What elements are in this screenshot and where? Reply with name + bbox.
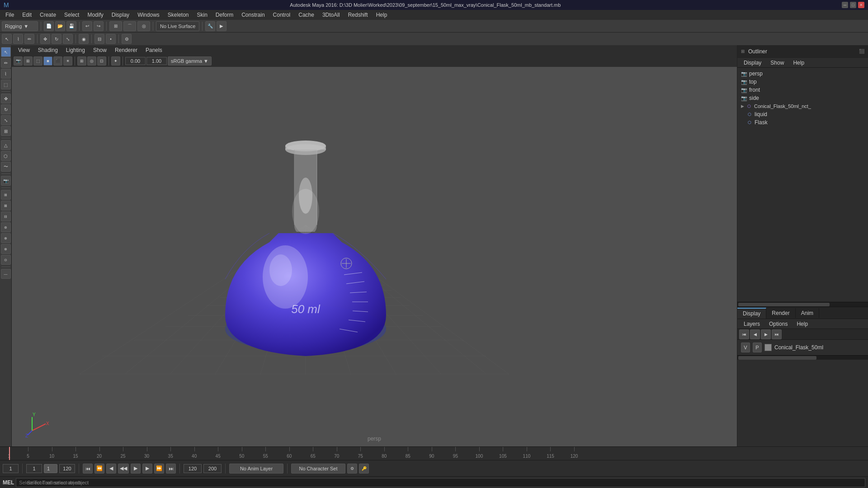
tab-render[interactable]: Render [766, 308, 795, 318]
tab-display[interactable]: Display [737, 308, 766, 319]
display-panel-scrollbar[interactable] [737, 355, 868, 360]
outliner-item-top[interactable]: 📷 top [739, 78, 866, 86]
menu-item-3dtoall[interactable]: 3DtoAll [319, 11, 344, 19]
polygon-button[interactable]: ⬡ [1, 151, 11, 161]
tab-anim[interactable]: Anim [796, 308, 819, 318]
range-start-input[interactable] [184, 464, 202, 473]
menu-item-windows[interactable]: Windows [134, 11, 163, 19]
camera-persp-btn[interactable]: ⊞ [24, 56, 33, 66]
menu-item-control[interactable]: Control [269, 11, 294, 19]
go-to-start-button[interactable]: ⏮ [83, 464, 93, 474]
display-opts6[interactable]: ⊗ [1, 244, 11, 254]
menu-item-help[interactable]: Help [373, 11, 391, 19]
gamma-input[interactable] [146, 57, 167, 65]
texture-btn[interactable]: ⬛ [53, 56, 62, 66]
timeline[interactable]: 1510152025303540455055606570758085909510… [0, 446, 868, 460]
render-button[interactable]: ▶ [217, 21, 226, 31]
rotate-button[interactable]: ↻ [1, 104, 11, 114]
char-set-options[interactable]: ⚙ [347, 464, 357, 474]
rotate-tool-button[interactable]: ↻ [52, 34, 61, 44]
display-panel-scrollbar-thumb[interactable] [738, 356, 816, 360]
exposure-input[interactable] [125, 57, 146, 65]
outliner-menu-help[interactable]: Help [789, 59, 808, 67]
viewport-menu-view[interactable]: View [14, 46, 33, 54]
menu-item-display[interactable]: Display [108, 11, 133, 19]
end-frame-input[interactable] [59, 464, 75, 473]
keyframe-box[interactable]: 1 [44, 464, 57, 473]
scale-tool-button[interactable]: ⤡ [63, 34, 73, 44]
misc-btn[interactable]: — [1, 269, 11, 279]
viewport-menu-renderer[interactable]: Renderer [111, 46, 141, 54]
outliner-scrollbar-thumb[interactable] [738, 303, 830, 306]
select-mode-button[interactable]: ↖ [1, 47, 11, 57]
move-button[interactable]: ✥ [1, 94, 11, 103]
play-button[interactable]: ▶ [131, 464, 141, 474]
snap-point-button[interactable]: ◎ [137, 21, 150, 31]
transform-button[interactable]: ⊞ [1, 126, 11, 136]
outliner-item-persp[interactable]: 📷 persp [739, 70, 866, 78]
go-to-end-button[interactable]: ⏭ [166, 464, 176, 474]
snap-to-point-button[interactable]: • [106, 34, 116, 44]
timeline-playhead[interactable] [9, 447, 10, 460]
current-frame-input[interactable] [3, 464, 19, 473]
layer-color-swatch[interactable] [764, 344, 772, 351]
menu-item-create[interactable]: Create [36, 11, 60, 19]
component-button[interactable]: △ [1, 140, 11, 150]
xray-btn[interactable]: ✦ [111, 56, 120, 66]
next-layer-btn[interactable]: ⏭ [772, 329, 782, 339]
menu-item-redshift[interactable]: Redshift [344, 11, 372, 19]
prev-layer-btn[interactable]: ⏮ [739, 329, 749, 339]
redo-button[interactable]: ↪ [94, 21, 104, 31]
next-btn[interactable]: ▶ [761, 329, 771, 339]
dp-menu-help[interactable]: Help [793, 320, 811, 328]
close-button[interactable]: ✕ [858, 2, 864, 8]
char-set-dropdown[interactable]: No Character Set [291, 464, 345, 474]
outliner-scrollbar[interactable] [737, 302, 868, 306]
mel-input[interactable] [16, 478, 865, 487]
play-reverse-button[interactable]: ◀◀ [118, 464, 129, 474]
layer-v-toggle[interactable]: V [741, 343, 750, 352]
viewport-menu-panels[interactable]: Panels [142, 46, 166, 54]
prev-btn[interactable]: ◀ [750, 329, 760, 339]
menu-item-cache[interactable]: Cache [295, 11, 318, 19]
viewport-menu-shading[interactable]: Shading [34, 46, 61, 54]
new-file-button[interactable]: 📄 [44, 21, 54, 31]
lasso-tool-button2[interactable]: ⌇ [1, 69, 11, 79]
display-opts7[interactable]: ⊙ [1, 255, 11, 265]
nurbs-button[interactable]: 〜 [1, 162, 11, 172]
outliner-item-side[interactable]: 📷 side [739, 94, 866, 102]
char-set-key[interactable]: 🔑 [359, 464, 369, 474]
display-opts5[interactable]: ⊕ [1, 233, 11, 243]
snap-grid-button[interactable]: ⊞ [109, 21, 122, 31]
step-back-button[interactable]: ◀ [106, 464, 116, 474]
menu-item-deform[interactable]: Deform [212, 11, 237, 19]
lasso-tool-button[interactable]: ⌇ [13, 34, 23, 44]
outliner-item-front[interactable]: 📷 front [739, 86, 866, 94]
move-tool-button[interactable]: ✥ [40, 34, 50, 44]
display-opts1[interactable]: ⊞ [1, 190, 11, 200]
render-settings-button[interactable]: 🔧 [205, 21, 215, 31]
range-end-input[interactable] [203, 464, 222, 473]
snap-curve-button[interactable]: ⌒ [123, 21, 136, 31]
outliner-menu-show[interactable]: Show [767, 59, 788, 67]
anim-layer-dropdown[interactable]: No Anim Layer [229, 464, 283, 474]
camera-select-btn[interactable]: 📷 [14, 56, 23, 66]
isolate-btn[interactable]: ◎ [87, 56, 96, 66]
outliner-menu-display[interactable]: Display [740, 59, 765, 67]
soft-select-button[interactable]: ◉ [79, 34, 89, 44]
menu-item-skin[interactable]: Skin [193, 11, 211, 19]
viewport-menu-show[interactable]: Show [90, 46, 110, 54]
display-opts4[interactable]: ⊛ [1, 222, 11, 232]
open-file-button[interactable]: 📂 [55, 21, 65, 31]
dp-menu-layers[interactable]: Layers [740, 320, 764, 328]
history-button[interactable]: ⚙ [122, 34, 132, 44]
camera-button[interactable]: 📷 [1, 176, 11, 186]
menu-item-edit[interactable]: Edit [19, 11, 35, 19]
menu-item-constrain[interactable]: Constrain [238, 11, 268, 19]
save-file-button[interactable]: 💾 [66, 21, 76, 31]
next-keyframe-button[interactable]: ⏩ [154, 464, 164, 474]
resolution-btn[interactable]: ⊡ [97, 56, 106, 66]
maximize-button[interactable]: □ [850, 2, 856, 8]
undo-button[interactable]: ↩ [82, 21, 92, 31]
scale-button[interactable]: ⤡ [1, 115, 11, 125]
